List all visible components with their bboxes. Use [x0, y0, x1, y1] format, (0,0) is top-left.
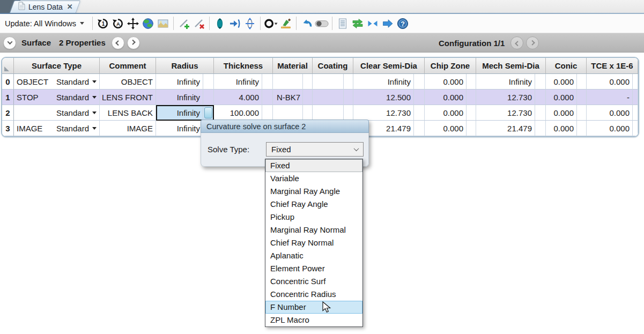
surface-type-dropdown[interactable]: Standard [56, 93, 97, 102]
pan-icon[interactable] [126, 17, 140, 31]
help-icon[interactable]: ? [396, 17, 410, 31]
conic-cell[interactable]: 0.000 [546, 90, 577, 105]
material-solve-cell[interactable] [303, 74, 313, 90]
radius-cell[interactable]: Infinity [156, 121, 203, 136]
collapse-arrows-icon[interactable] [366, 17, 380, 31]
thickness-solve-cell[interactable] [262, 74, 273, 90]
list-icon[interactable] [336, 17, 350, 31]
chip-zone-cell[interactable]: 0.000 [425, 90, 467, 105]
next-configuration-button[interactable] [526, 36, 539, 49]
chip-zone-solve-cell[interactable] [467, 105, 476, 121]
coating-solve-cell[interactable] [344, 90, 353, 105]
thickness-cell[interactable]: Infinity [214, 74, 262, 90]
image-icon[interactable] [156, 17, 170, 31]
lens-fit-icon[interactable] [243, 17, 257, 31]
dropdown-option-concentric-radius[interactable]: Concentric Radius [265, 288, 362, 301]
tce-solve-cell[interactable] [633, 121, 638, 136]
row-number[interactable]: 0 [2, 74, 14, 90]
clear-semi-dia-cell[interactable]: Infinity [353, 74, 414, 90]
radius-solve-cell[interactable] [203, 74, 214, 90]
material-solve-cell[interactable] [303, 90, 313, 105]
clear-semi-dia-solve-cell[interactable] [414, 105, 425, 121]
coating-solve-cell[interactable] [344, 74, 353, 90]
comment-cell[interactable]: OBJECT [100, 74, 156, 90]
expand-properties-button[interactable] [3, 36, 16, 49]
go-arrow-icon[interactable] [381, 17, 395, 31]
clear-semi-dia-solve-cell[interactable] [414, 74, 425, 90]
mech-semi-dia-cell[interactable]: 12.730 [476, 90, 535, 105]
solve-type-select[interactable]: Fixed [266, 142, 364, 157]
material-solve-cell[interactable] [303, 105, 313, 121]
conic-solve-cell[interactable] [577, 105, 587, 121]
comment-cell[interactable]: LENS BACK [100, 105, 156, 121]
dropdown-option-chief-ray-normal[interactable]: Chief Ray Normal [265, 236, 362, 249]
prev-surface-button[interactable] [112, 36, 124, 49]
thickness-cell[interactable]: 100.000 [214, 105, 262, 121]
toggle-icon[interactable] [315, 17, 329, 31]
conic-solve-cell[interactable] [577, 90, 587, 105]
mech-semi-dia-cell[interactable]: Infinity [476, 74, 535, 90]
dropdown-option-element-power[interactable]: Element Power [265, 262, 362, 275]
conic-solve-cell[interactable] [577, 121, 587, 136]
row-number[interactable]: 1 [2, 90, 14, 105]
surface-type-cell[interactable]: IMAGEStandard [14, 121, 100, 136]
thickness-solve-cell[interactable] [262, 105, 273, 121]
chip-zone-cell[interactable]: 0.000 [425, 121, 467, 136]
material-cell[interactable] [273, 105, 303, 121]
next-surface-button[interactable] [127, 36, 140, 49]
insert-surface-icon[interactable] [177, 17, 191, 31]
update-all-icon[interactable]: A [111, 17, 125, 31]
swap-icon[interactable] [351, 17, 365, 31]
update-dropdown[interactable]: Update: All Windows [5, 19, 90, 28]
prev-configuration-button[interactable] [510, 36, 523, 49]
surface-type-cell[interactable]: Standard [14, 105, 100, 121]
tce-cell[interactable]: 0.000 [587, 105, 633, 121]
chip-zone-cell[interactable]: 0.000 [425, 74, 467, 90]
row-number[interactable]: 2 [2, 105, 14, 121]
radius-solve-cell[interactable] [203, 105, 214, 121]
surface-type-cell[interactable]: STOPStandard [14, 90, 100, 105]
coating-cell[interactable] [313, 74, 344, 90]
clear-semi-dia-cell[interactable]: 12.500 [353, 90, 414, 105]
mech-semi-dia-solve-cell[interactable] [535, 121, 546, 136]
tab-close-icon[interactable]: ✕ [67, 3, 73, 11]
dropdown-option-fixed[interactable]: Fixed [265, 159, 362, 172]
mech-semi-dia-solve-cell[interactable] [535, 74, 546, 90]
tce-solve-cell[interactable] [633, 90, 638, 105]
surface-type-dropdown[interactable]: Standard [56, 77, 97, 86]
tce-cell[interactable]: 0.000 [587, 74, 633, 90]
conic-cell[interactable]: 0.000 [546, 105, 577, 121]
mech-semi-dia-cell[interactable]: 21.479 [476, 121, 535, 136]
solve-button[interactable] [204, 107, 212, 118]
mech-semi-dia-solve-cell[interactable] [535, 90, 546, 105]
dropdown-option-chief-ray-angle[interactable]: Chief Ray Angle [265, 198, 362, 211]
goto-surface-icon[interactable] [228, 17, 242, 31]
mech-semi-dia-cell[interactable]: 12.730 [476, 105, 535, 121]
dropdown-option-variable[interactable]: Variable [265, 172, 362, 185]
material-cell[interactable]: N-BK7 [273, 90, 303, 105]
comment-cell[interactable]: IMAGE [100, 121, 156, 136]
conic-cell[interactable]: 0.000 [546, 74, 577, 90]
radius-cell[interactable]: Infinity [156, 74, 203, 90]
radius-solve-cell[interactable] [203, 90, 214, 105]
dropdown-option-pickup[interactable]: Pickup [265, 211, 362, 224]
chip-zone-solve-cell[interactable] [467, 121, 476, 136]
chip-zone-solve-cell[interactable] [467, 90, 476, 105]
undo-icon[interactable] [300, 17, 314, 31]
surface-type-dropdown[interactable]: Standard [56, 108, 97, 117]
row-number[interactable]: 3 [2, 121, 14, 136]
dropdown-option-aplanatic[interactable]: Aplanatic [265, 249, 362, 262]
coating-cell[interactable] [313, 105, 344, 121]
conic-solve-cell[interactable] [577, 74, 587, 90]
dropdown-option-concentric-surf[interactable]: Concentric Surf [265, 275, 362, 288]
coating-solve-cell[interactable] [344, 105, 353, 121]
radius-cell[interactable]: Infinity [156, 105, 203, 121]
clear-semi-dia-cell[interactable]: 12.730 [353, 105, 414, 121]
clear-semi-dia-solve-cell[interactable] [414, 121, 425, 136]
material-cell[interactable] [273, 74, 303, 90]
chip-zone-solve-cell[interactable] [467, 74, 476, 90]
update-1-icon[interactable]: 1 [96, 17, 110, 31]
tce-solve-cell[interactable] [633, 105, 638, 121]
surface-type-cell[interactable]: OBJECTStandard [14, 74, 100, 90]
dropdown-option-f-number[interactable]: F Number [265, 301, 362, 314]
